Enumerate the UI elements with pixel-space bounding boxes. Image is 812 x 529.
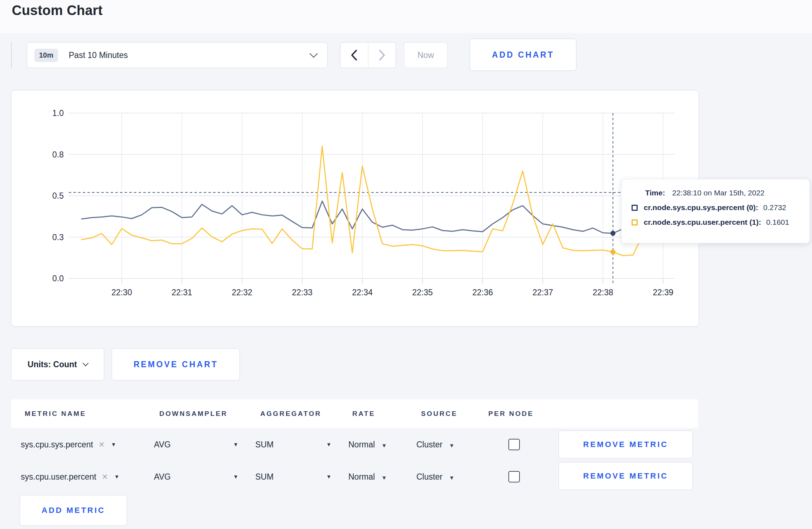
source-value: Cluster xyxy=(416,472,443,481)
tooltip-time-value: 22:38:10 on Mar 15th, 2022 xyxy=(672,189,764,197)
svg-text:0.0: 0.0 xyxy=(52,274,64,283)
col-header-downsampler: DOWNSAMPLER xyxy=(159,399,228,428)
per-node-checkbox[interactable] xyxy=(508,439,520,450)
caret-down-icon: ▼ xyxy=(111,430,116,459)
caret-down-icon: ▼ xyxy=(449,475,454,481)
svg-text:22:37: 22:37 xyxy=(532,288,553,297)
top-strip xyxy=(0,0,812,33)
caret-down-icon[interactable]: ▼ xyxy=(233,430,238,459)
col-header-per-node: PER NODE xyxy=(488,399,534,428)
units-select[interactable]: Units: Count xyxy=(11,348,104,380)
remove-metric-button[interactable]: REMOVE METRIC xyxy=(559,462,693,490)
svg-text:22:36: 22:36 xyxy=(472,288,493,297)
add-chart-button[interactable]: ADD CHART xyxy=(470,39,576,71)
downsampler-select[interactable]: AVG xyxy=(154,462,171,491)
toolbar-divider xyxy=(11,42,12,68)
svg-text:22:31: 22:31 xyxy=(171,288,192,297)
svg-text:1.0: 1.0 xyxy=(52,108,64,118)
tooltip-time-row: Time: 22:38:10 on Mar 15th, 2022 xyxy=(645,189,809,197)
metric-name-select[interactable]: sys.cpu.user.percent × ▼ xyxy=(21,462,120,491)
downsampler-value: AVG xyxy=(154,440,171,449)
svg-text:0.3: 0.3 xyxy=(52,233,64,242)
remove-chart-button[interactable]: REMOVE CHART xyxy=(112,348,240,380)
caret-down-icon: ▼ xyxy=(449,442,454,448)
sys-series-swatch-icon xyxy=(632,205,638,211)
chart-tooltip: Time: 22:38:10 on Mar 15th, 2022 cr.node… xyxy=(621,179,810,243)
time-range-label: Past 10 Minutes xyxy=(69,50,128,60)
svg-text:22:34: 22:34 xyxy=(352,288,373,297)
tooltip-series-row: cr.node.sys.cpu.user.percent (1): 0.1601 xyxy=(632,218,809,227)
source-value: Cluster xyxy=(416,440,443,449)
caret-down-icon: ▼ xyxy=(382,475,387,481)
metric-name-select[interactable]: sys.cpu.sys.percent × ▼ xyxy=(21,430,116,459)
aggregator-value: SUM xyxy=(255,440,274,449)
svg-text:22:32: 22:32 xyxy=(232,288,252,297)
svg-text:22:39: 22:39 xyxy=(653,288,673,297)
remove-metric-button[interactable]: REMOVE METRIC xyxy=(559,431,693,458)
now-button[interactable]: Now xyxy=(404,42,448,68)
source-select[interactable]: Cluster ▼ xyxy=(416,462,454,491)
next-range-button[interactable] xyxy=(368,43,396,68)
col-header-metric-name: METRIC NAME xyxy=(25,399,86,428)
caret-down-icon[interactable]: ▼ xyxy=(233,462,238,491)
chevron-right-icon xyxy=(378,49,386,61)
col-header-aggregator: AGGREGATOR xyxy=(260,399,322,428)
svg-text:0.5: 0.5 xyxy=(52,191,64,200)
tooltip-series-value: 0.2732 xyxy=(763,203,786,212)
aggregator-value: SUM xyxy=(255,472,274,481)
clear-metric-icon[interactable]: × xyxy=(102,462,108,491)
metric-name: sys.cpu.sys.percent xyxy=(21,430,93,459)
tooltip-time-label: Time: xyxy=(645,189,665,197)
custom-chart-page: Custom Chart 10m Past 10 Minutes Now ADD… xyxy=(0,0,812,529)
rate-value: Normal xyxy=(348,472,375,481)
time-range-select[interactable]: 10m Past 10 Minutes xyxy=(27,42,328,68)
caret-down-icon: ▼ xyxy=(114,462,120,491)
col-header-source: SOURCE xyxy=(421,399,458,428)
svg-text:22:30: 22:30 xyxy=(111,288,132,297)
tooltip-series-label: cr.node.sys.cpu.sys.percent (0): xyxy=(644,203,758,212)
prev-range-button[interactable] xyxy=(340,43,368,68)
metric-name: sys.cpu.user.percent xyxy=(21,462,96,491)
page-title: Custom Chart xyxy=(12,3,103,18)
time-range-badge: 10m xyxy=(34,49,58,62)
rate-select[interactable]: Normal ▼ xyxy=(348,430,387,459)
rate-value: Normal xyxy=(348,440,375,449)
downsampler-select[interactable]: AVG xyxy=(154,430,171,459)
downsampler-value: AVG xyxy=(154,472,171,481)
rate-select[interactable]: Normal ▼ xyxy=(348,462,387,491)
caret-down-icon: ▼ xyxy=(382,442,387,448)
caret-down-icon[interactable]: ▼ xyxy=(326,462,332,491)
source-select[interactable]: Cluster ▼ xyxy=(416,430,454,459)
aggregator-select[interactable]: SUM xyxy=(255,462,274,491)
add-metric-button[interactable]: ADD METRIC xyxy=(20,495,127,526)
svg-text:22:38: 22:38 xyxy=(593,288,613,297)
clear-metric-icon[interactable]: × xyxy=(99,430,105,459)
chevron-down-icon xyxy=(310,50,318,58)
tooltip-series-label: cr.node.sys.cpu.user.percent (1): xyxy=(644,218,761,227)
metrics-line-chart[interactable]: 1.00.80.50.30.022:3022:3122:3222:3322:34… xyxy=(11,91,699,326)
per-node-checkbox[interactable] xyxy=(508,471,520,482)
svg-text:0.8: 0.8 xyxy=(52,150,64,159)
chevron-left-icon xyxy=(350,49,358,61)
aggregator-select[interactable]: SUM xyxy=(255,430,274,459)
user-series-swatch-icon xyxy=(632,219,638,225)
tooltip-series-row: cr.node.sys.cpu.sys.percent (0): 0.2732 xyxy=(632,203,809,212)
svg-text:22:35: 22:35 xyxy=(412,288,433,297)
caret-down-icon[interactable]: ▼ xyxy=(326,430,332,459)
time-nav xyxy=(340,42,396,68)
chart-card[interactable]: 1.00.80.50.30.022:3022:3122:3222:3322:34… xyxy=(11,90,699,326)
svg-text:22:33: 22:33 xyxy=(292,288,313,297)
units-label: Units: Count xyxy=(28,360,77,369)
chevron-down-icon xyxy=(82,360,88,367)
tooltip-series-value: 0.1601 xyxy=(766,218,789,227)
col-header-rate: RATE xyxy=(352,399,375,428)
